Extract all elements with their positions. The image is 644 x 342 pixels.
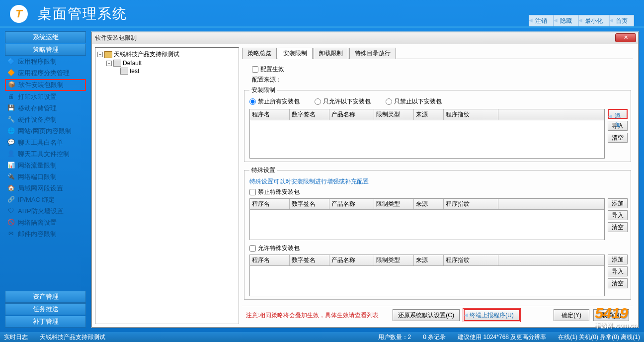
add-button[interactable]: 添加 <box>608 109 628 119</box>
tab-special-dir[interactable]: 特殊目录放行 <box>349 48 396 59</box>
sidebar-item-1[interactable]: 🔶应用程序分类管理 <box>5 68 86 79</box>
col-5[interactable]: 程序指纹 <box>444 199 498 209</box>
cancel-button[interactable]: 取消(N) <box>593 309 629 321</box>
sidebar-item-label: 网络流量限制 <box>18 161 57 170</box>
restore-default-button[interactable]: 还原系统默认设置(C) <box>393 309 460 321</box>
status-realtime[interactable]: 实时日志 <box>4 333 28 342</box>
sidebar-item-15[interactable]: ✉邮件内容限制 <box>5 229 86 240</box>
sidebar-item-11[interactable]: 🏠局域网网段设置 <box>5 183 86 194</box>
col-4[interactable]: 来源 <box>414 255 444 265</box>
config-effective-checkbox[interactable] <box>252 66 258 73</box>
sidebar-item-13[interactable]: 🛡ARP防火墙设置 <box>5 206 86 217</box>
terminal-report-button[interactable]: 终端上报程序(U) <box>464 309 520 321</box>
minimize-link[interactable]: 最小化 <box>578 15 609 27</box>
sidebar-hdr-patch[interactable]: 补丁管理 <box>5 316 86 328</box>
add-button-2[interactable]: 添加 <box>608 198 628 208</box>
deny-special-checkbox[interactable] <box>249 189 256 195</box>
col-0[interactable]: 程序名 <box>250 255 290 265</box>
status-users: 用户数量：2 <box>378 333 411 342</box>
install-table[interactable]: 程序名数字签名产品名称限制类型来源程序指纹 <box>249 109 605 159</box>
dialog-titlebar: 软件安装包限制 ✕ <box>92 32 638 44</box>
sidebar: 系统运维 策略管理 🔷应用程序限制🔶应用程序分类管理📦软件安装包限制🖨打印水印设… <box>5 31 86 328</box>
hide-link[interactable]: 隐藏 <box>554 15 578 27</box>
sidebar-item-label: 网站/网页内容限制 <box>18 127 72 136</box>
import-button-2[interactable]: 导入 <box>608 210 628 220</box>
org-tree[interactable]: −天锐科技产品支持部测试 −Default test <box>95 47 239 324</box>
col-5[interactable]: 程序指纹 <box>444 109 498 120</box>
sidebar-item-label: IP/MAC 绑定 <box>18 195 55 204</box>
deny-special-table[interactable]: 程序名数字签名产品名称限制类型来源程序指纹 <box>249 198 605 240</box>
radio-deny-only[interactable] <box>386 98 392 105</box>
tree-leaf[interactable]: test <box>130 68 139 75</box>
tree-collapse-icon[interactable]: − <box>106 61 112 66</box>
computer-icon <box>120 68 128 75</box>
tree-default[interactable]: Default <box>123 60 142 67</box>
tab-overview[interactable]: 策略总览 <box>242 48 277 59</box>
ok-button[interactable]: 确定(Y) <box>554 309 589 321</box>
sidebar-item-4[interactable]: 💾移动存储管理 <box>5 103 86 114</box>
close-icon[interactable]: ✕ <box>615 33 636 42</box>
col-0[interactable]: 程序名 <box>250 199 290 209</box>
status-resolution: 建议使用 1024*768 及更高分辨率 <box>458 333 546 342</box>
home-link[interactable]: 首页 <box>609 15 634 27</box>
sidebar-item-icon: 🛡 <box>7 207 15 215</box>
sidebar-item-icon: ✉ <box>7 230 15 238</box>
tree-root[interactable]: 天锐科技产品支持部测试 <box>114 50 179 59</box>
sidebar-item-label: 打印水印设置 <box>18 92 57 101</box>
clear-button[interactable]: 清空 <box>608 133 628 143</box>
install-restrict-group: 安装限制 禁止所有安装包 只允许以下安装包 只禁止以下安装包 程序名数字签名产品… <box>244 86 631 162</box>
col-1[interactable]: 数字签名 <box>290 199 329 209</box>
sidebar-hdr-asset[interactable]: 资产管理 <box>5 291 86 303</box>
sidebar-item-2[interactable]: 📦软件安装包限制 <box>5 79 86 91</box>
col-0[interactable]: 程序名 <box>250 109 290 120</box>
sidebar-item-icon: 💬 <box>7 139 15 147</box>
col-4[interactable]: 来源 <box>414 199 444 209</box>
sidebar-item-icon: 🔷 <box>7 58 15 66</box>
clear-button-2[interactable]: 清空 <box>608 222 628 232</box>
sidebar-item-icon: 🌐 <box>7 127 15 135</box>
col-3[interactable]: 限制类型 <box>374 199 414 209</box>
allow-special-table[interactable]: 程序名数字签名产品名称限制类型来源程序指纹 <box>249 255 605 296</box>
radio-deny-all[interactable] <box>249 98 256 105</box>
col-1[interactable]: 数字签名 <box>290 109 329 120</box>
col-4[interactable]: 来源 <box>414 109 444 120</box>
sidebar-item-icon: 🔶 <box>7 69 15 77</box>
logout-link[interactable]: 注销 <box>529 15 554 27</box>
import-button-3[interactable]: 导入 <box>608 266 628 276</box>
tab-uninstall-restrict[interactable]: 卸载限制 <box>314 48 348 59</box>
sidebar-item-label: 应用程序限制 <box>18 57 57 66</box>
tree-collapse-icon[interactable]: − <box>97 52 103 57</box>
sidebar-item-label: 聊天工具文件控制 <box>18 150 70 159</box>
radio-allow-only[interactable] <box>315 98 321 105</box>
sidebar-item-6[interactable]: 🌐网站/网页内容限制 <box>5 126 86 137</box>
col-3[interactable]: 限制类型 <box>374 255 414 265</box>
sidebar-item-0[interactable]: 🔷应用程序限制 <box>5 56 86 67</box>
sidebar-item-7[interactable]: 💬聊天工具白名单 <box>5 137 86 148</box>
col-2[interactable]: 产品名称 <box>329 255 374 265</box>
sidebar-item-14[interactable]: 🚫网络隔离设置 <box>5 217 86 228</box>
sidebar-hdr-task[interactable]: 任务推送 <box>5 303 86 315</box>
sidebar-item-9[interactable]: 📊网络流量限制 <box>5 160 86 171</box>
col-2[interactable]: 产品名称 <box>329 109 374 120</box>
clear-button-3[interactable]: 清空 <box>608 278 628 288</box>
sidebar-item-8[interactable]: 👤聊天工具文件控制 <box>5 149 86 160</box>
sidebar-item-12[interactable]: 🔗IP/MAC 绑定 <box>5 194 86 205</box>
sidebar-item-label: 移动存储管理 <box>18 104 57 113</box>
col-3[interactable]: 限制类型 <box>374 109 414 120</box>
sidebar-item-5[interactable]: 🔧硬件设备控制 <box>5 114 86 125</box>
sidebar-item-icon: 🏠 <box>7 184 15 192</box>
sidebar-item-icon: 🔌 <box>7 173 15 181</box>
col-2[interactable]: 产品名称 <box>329 199 374 209</box>
add-button-3[interactable]: 添加 <box>608 255 628 264</box>
allow-special-checkbox[interactable] <box>249 245 256 252</box>
sidebar-item-3[interactable]: 🖨打印水印设置 <box>5 91 86 102</box>
sidebar-item-10[interactable]: 🔌网络端口限制 <box>5 171 86 182</box>
header-links: 注销 隐藏 最小化 首页 <box>529 15 634 27</box>
sidebar-item-label: 局域网网段设置 <box>18 184 63 193</box>
sidebar-hdr-maint[interactable]: 系统运维 <box>5 31 86 43</box>
col-5[interactable]: 程序指纹 <box>444 255 498 265</box>
tab-install-restrict[interactable]: 安装限制 <box>278 48 313 59</box>
sidebar-hdr-policy[interactable]: 策略管理 <box>5 44 86 56</box>
status-org: 天锐科技产品支持部测试 <box>40 333 105 342</box>
col-1[interactable]: 数字签名 <box>290 255 329 265</box>
